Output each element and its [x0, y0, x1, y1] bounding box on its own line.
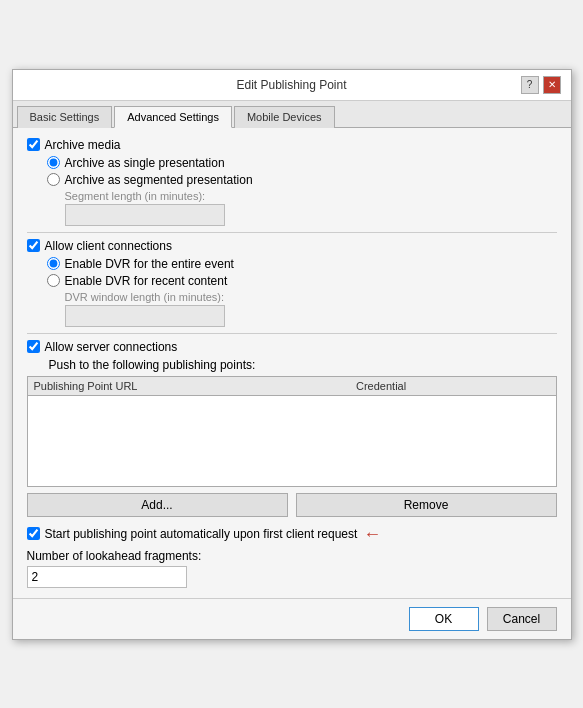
segment-length-row: Segment length (in minutes): — [65, 190, 557, 226]
dvr-recent-label[interactable]: Enable DVR for recent content — [47, 274, 557, 288]
arrow-icon: ← — [363, 525, 381, 543]
table-btn-row: Add... Remove — [27, 493, 557, 517]
add-button[interactable]: Add... — [27, 493, 288, 517]
table-header: Publishing Point URL Credential — [28, 377, 556, 396]
dvr-window-row: DVR window length (in minutes): — [65, 291, 557, 327]
publishing-points-table[interactable]: Publishing Point URL Credential — [27, 376, 557, 487]
dvr-window-input[interactable] — [65, 305, 225, 327]
segment-length-label: Segment length (in minutes): — [65, 190, 557, 202]
footer: OK Cancel — [13, 598, 571, 639]
allow-server-label: Allow server connections — [45, 340, 178, 354]
allow-client-row: Allow client connections — [27, 239, 557, 253]
divider-1 — [27, 232, 557, 233]
archive-options: Archive as single presentation Archive a… — [27, 156, 557, 226]
remove-button[interactable]: Remove — [296, 493, 557, 517]
dvr-recent-radio[interactable] — [47, 274, 60, 287]
archive-media-checkbox[interactable] — [27, 138, 40, 151]
start-auto-checkbox-label[interactable]: Start publishing point automatically upo… — [27, 527, 358, 541]
archive-media-label: Archive media — [45, 138, 121, 152]
allow-client-checkbox[interactable] — [27, 239, 40, 252]
allow-server-checkbox[interactable] — [27, 340, 40, 353]
single-presentation-label[interactable]: Archive as single presentation — [47, 156, 557, 170]
dvr-options: Enable DVR for the entire event Enable D… — [27, 257, 557, 327]
table-body — [28, 396, 556, 486]
allow-client-checkbox-label[interactable]: Allow client connections — [27, 239, 172, 253]
allow-server-checkbox-label[interactable]: Allow server connections — [27, 340, 178, 354]
segmented-presentation-radio[interactable] — [47, 173, 60, 186]
archive-media-row: Archive media — [27, 138, 557, 152]
dvr-window-label: DVR window length (in minutes): — [65, 291, 557, 303]
col-credential-header: Credential — [356, 380, 550, 392]
tab-advanced[interactable]: Advanced Settings — [114, 106, 232, 128]
allow-server-row: Allow server connections — [27, 340, 557, 354]
lookahead-input[interactable] — [27, 566, 187, 588]
title-bar-controls: ? ✕ — [521, 76, 561, 94]
help-button[interactable]: ? — [521, 76, 539, 94]
tab-mobile[interactable]: Mobile Devices — [234, 106, 335, 128]
single-presentation-radio[interactable] — [47, 156, 60, 169]
ok-button[interactable]: OK — [409, 607, 479, 631]
col-url-header: Publishing Point URL — [34, 380, 357, 392]
start-auto-label: Start publishing point automatically upo… — [45, 527, 358, 541]
archive-media-checkbox-label[interactable]: Archive media — [27, 138, 121, 152]
dialog: Edit Publishing Point ? ✕ Basic Settings… — [12, 69, 572, 640]
divider-2 — [27, 333, 557, 334]
close-button[interactable]: ✕ — [543, 76, 561, 94]
title-bar: Edit Publishing Point ? ✕ — [13, 70, 571, 101]
dialog-title: Edit Publishing Point — [63, 78, 521, 92]
start-auto-checkbox[interactable] — [27, 527, 40, 540]
segment-length-input[interactable] — [65, 204, 225, 226]
lookahead-label: Number of lookahead fragments: — [27, 549, 557, 563]
start-auto-row: Start publishing point automatically upo… — [27, 525, 557, 543]
dvr-entire-radio[interactable] — [47, 257, 60, 270]
tab-basic[interactable]: Basic Settings — [17, 106, 113, 128]
advanced-settings-panel: Archive media Archive as single presenta… — [13, 128, 571, 598]
segmented-presentation-label[interactable]: Archive as segmented presentation — [47, 173, 557, 187]
cancel-button[interactable]: Cancel — [487, 607, 557, 631]
tab-bar: Basic Settings Advanced Settings Mobile … — [13, 101, 571, 128]
dvr-entire-label[interactable]: Enable DVR for the entire event — [47, 257, 557, 271]
push-label: Push to the following publishing points: — [49, 358, 557, 372]
allow-client-label: Allow client connections — [45, 239, 172, 253]
